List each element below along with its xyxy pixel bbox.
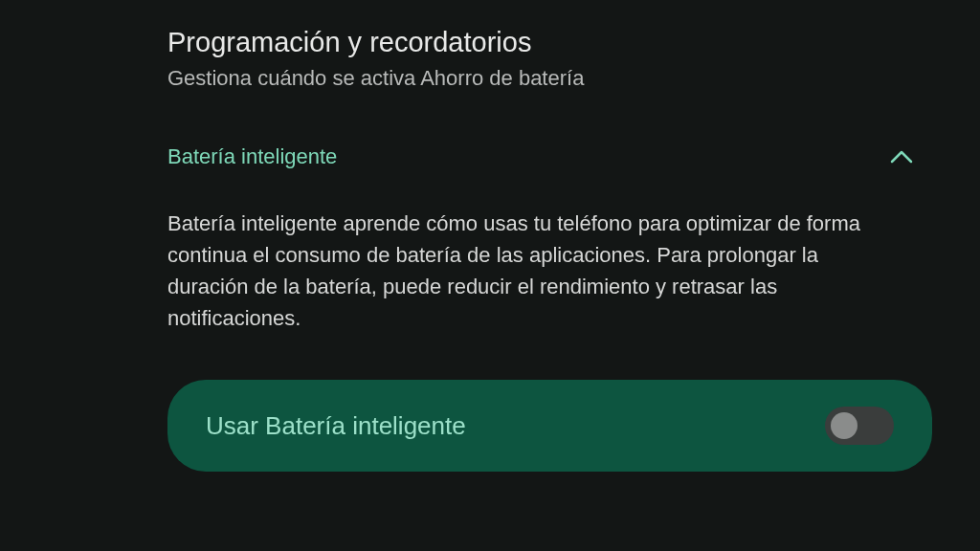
page-title: Programación y recordatorios: [167, 27, 932, 58]
toggle-label: Usar Batería inteligente: [206, 411, 466, 441]
chevron-up-icon: [890, 145, 913, 168]
smart-battery-header[interactable]: Batería inteligente: [167, 144, 932, 169]
smart-battery-title: Batería inteligente: [167, 144, 337, 169]
smart-battery-toggle[interactable]: [825, 407, 894, 445]
use-smart-battery-card[interactable]: Usar Batería inteligente: [167, 380, 932, 472]
toggle-thumb: [831, 412, 858, 439]
page-subtitle: Gestiona cuándo se activa Ahorro de bate…: [167, 66, 932, 91]
settings-page: Programación y recordatorios Gestiona cu…: [0, 0, 980, 498]
smart-battery-description: Batería inteligente aprende cómo usas tu…: [167, 208, 932, 334]
